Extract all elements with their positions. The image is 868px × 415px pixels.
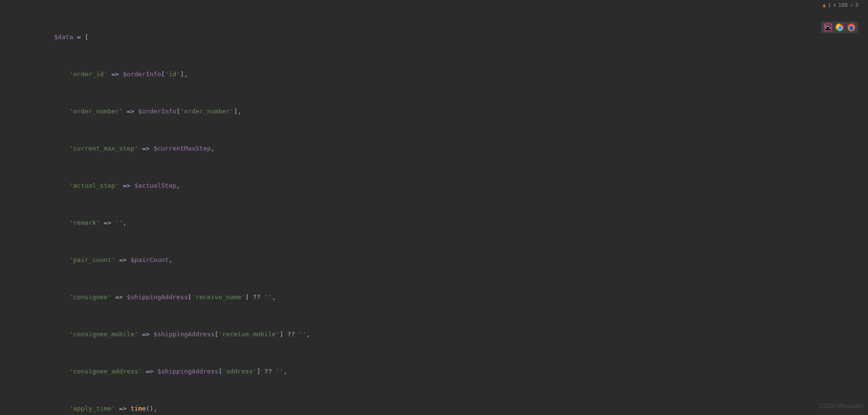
code-token: 'order_id' <box>69 70 107 78</box>
watermark: CSDN @huazeci <box>819 401 863 412</box>
code-editor[interactable]: $data = [ 'order_id' => $orderInfo['id']… <box>0 0 868 415</box>
code-token: = [ <box>73 33 88 41</box>
code-token: $data <box>54 33 73 41</box>
